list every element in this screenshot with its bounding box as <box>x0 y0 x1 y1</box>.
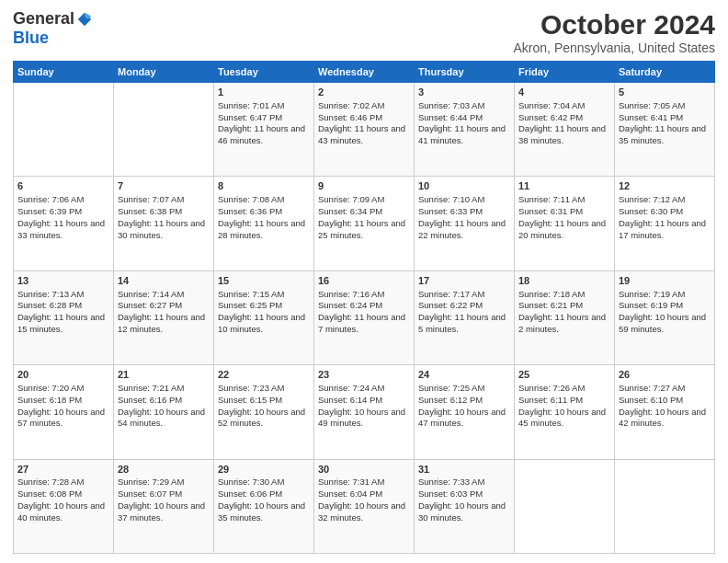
sunrise-text: Sunrise: 7:21 AM <box>118 383 210 395</box>
calendar: SundayMondayTuesdayWednesdayThursdayFrid… <box>13 61 715 554</box>
week-row-3: 20Sunrise: 7:20 AMSunset: 6:18 PMDayligh… <box>14 365 715 459</box>
daylight-text: Daylight: 11 hours and 22 minutes. <box>418 218 510 242</box>
daylight-text: Daylight: 10 hours and 37 minutes. <box>118 500 210 524</box>
calendar-header: SundayMondayTuesdayWednesdayThursdayFrid… <box>14 62 715 83</box>
sunrise-text: Sunrise: 7:11 AM <box>518 194 610 206</box>
day-header-wednesday: Wednesday <box>314 62 415 83</box>
daylight-text: Daylight: 10 hours and 52 minutes. <box>218 407 310 431</box>
day-header-friday: Friday <box>515 62 615 83</box>
day-number: 25 <box>518 368 610 382</box>
calendar-cell: 6Sunrise: 7:06 AMSunset: 6:39 PMDaylight… <box>14 177 114 270</box>
sunset-text: Sunset: 6:12 PM <box>418 395 510 407</box>
calendar-cell: 5Sunrise: 7:05 AMSunset: 6:41 PMDaylight… <box>615 83 715 177</box>
sunset-text: Sunset: 6:42 PM <box>518 112 610 124</box>
logo-area: General Blue <box>13 9 93 48</box>
sunrise-text: Sunrise: 7:05 AM <box>619 100 711 112</box>
calendar-cell <box>114 83 214 177</box>
daylight-text: Daylight: 11 hours and 30 minutes. <box>118 218 210 242</box>
daylight-text: Daylight: 10 hours and 47 minutes. <box>418 407 510 431</box>
sunset-text: Sunset: 6:15 PM <box>218 395 310 407</box>
day-number: 2 <box>318 86 410 99</box>
sunset-text: Sunset: 6:41 PM <box>619 112 711 124</box>
daylight-text: Daylight: 10 hours and 57 minutes. <box>17 407 109 431</box>
sunrise-text: Sunrise: 7:19 AM <box>619 289 711 301</box>
day-number: 6 <box>17 179 109 193</box>
sunset-text: Sunset: 6:24 PM <box>318 300 410 312</box>
calendar-cell: 25Sunrise: 7:26 AMSunset: 6:11 PMDayligh… <box>515 365 615 459</box>
calendar-body: 1Sunrise: 7:01 AMSunset: 6:47 PMDaylight… <box>14 83 715 554</box>
day-number: 10 <box>418 179 510 193</box>
sunset-text: Sunset: 6:07 PM <box>118 488 210 500</box>
sunset-text: Sunset: 6:25 PM <box>218 300 310 312</box>
calendar-cell: 7Sunrise: 7:07 AMSunset: 6:38 PMDaylight… <box>114 177 214 270</box>
sunset-text: Sunset: 6:31 PM <box>518 206 610 218</box>
sunset-text: Sunset: 6:08 PM <box>17 488 109 500</box>
sunrise-text: Sunrise: 7:33 AM <box>418 477 510 488</box>
day-number: 14 <box>118 274 210 288</box>
calendar-cell: 19Sunrise: 7:19 AMSunset: 6:19 PMDayligh… <box>615 270 715 364</box>
calendar-cell: 10Sunrise: 7:10 AMSunset: 6:33 PMDayligh… <box>415 177 515 270</box>
calendar-cell: 8Sunrise: 7:08 AMSunset: 6:36 PMDaylight… <box>214 177 314 270</box>
day-header-tuesday: Tuesday <box>214 62 314 83</box>
day-number: 27 <box>17 463 109 477</box>
calendar-cell: 2Sunrise: 7:02 AMSunset: 6:46 PMDaylight… <box>314 83 415 177</box>
sunset-text: Sunset: 6:16 PM <box>118 395 210 407</box>
sunrise-text: Sunrise: 7:01 AM <box>218 100 310 112</box>
daylight-text: Daylight: 11 hours and 35 minutes. <box>619 123 711 147</box>
sunrise-text: Sunrise: 7:15 AM <box>218 289 310 301</box>
day-number: 21 <box>118 368 210 382</box>
sunset-text: Sunset: 6:10 PM <box>619 395 711 407</box>
week-row-1: 6Sunrise: 7:06 AMSunset: 6:39 PMDaylight… <box>14 177 715 270</box>
logo-text: General <box>13 9 93 29</box>
week-row-0: 1Sunrise: 7:01 AMSunset: 6:47 PMDaylight… <box>14 83 715 177</box>
calendar-cell <box>615 459 715 553</box>
daylight-text: Daylight: 11 hours and 25 minutes. <box>318 218 410 242</box>
day-header-saturday: Saturday <box>615 62 715 83</box>
calendar-cell: 17Sunrise: 7:17 AMSunset: 6:22 PMDayligh… <box>415 270 515 364</box>
sunrise-text: Sunrise: 7:20 AM <box>17 383 109 395</box>
calendar-cell: 28Sunrise: 7:29 AMSunset: 6:07 PMDayligh… <box>114 459 214 553</box>
day-number: 11 <box>518 179 610 193</box>
calendar-cell: 31Sunrise: 7:33 AMSunset: 6:03 PMDayligh… <box>415 459 515 553</box>
day-number: 22 <box>218 368 310 382</box>
calendar-cell: 21Sunrise: 7:21 AMSunset: 6:16 PMDayligh… <box>114 365 214 459</box>
sunrise-text: Sunrise: 7:07 AM <box>118 194 210 206</box>
sunset-text: Sunset: 6:46 PM <box>318 112 410 124</box>
day-number: 29 <box>218 463 310 477</box>
sunset-text: Sunset: 6:06 PM <box>218 488 310 500</box>
sunrise-text: Sunrise: 7:29 AM <box>118 477 210 488</box>
day-number: 5 <box>619 86 711 99</box>
calendar-cell: 4Sunrise: 7:04 AMSunset: 6:42 PMDaylight… <box>515 83 615 177</box>
daylight-text: Daylight: 11 hours and 33 minutes. <box>17 218 109 242</box>
daylight-text: Daylight: 11 hours and 12 minutes. <box>118 312 210 336</box>
logo-general: General <box>13 9 74 29</box>
daylight-text: Daylight: 10 hours and 45 minutes. <box>518 407 610 431</box>
daylight-text: Daylight: 11 hours and 7 minutes. <box>318 312 410 336</box>
sunset-text: Sunset: 6:33 PM <box>418 206 510 218</box>
daylight-text: Daylight: 11 hours and 15 minutes. <box>17 312 109 336</box>
day-number: 1 <box>218 86 310 99</box>
daylight-text: Daylight: 11 hours and 17 minutes. <box>619 218 711 242</box>
calendar-cell: 22Sunrise: 7:23 AMSunset: 6:15 PMDayligh… <box>214 365 314 459</box>
week-row-2: 13Sunrise: 7:13 AMSunset: 6:28 PMDayligh… <box>14 270 715 364</box>
calendar-cell: 27Sunrise: 7:28 AMSunset: 6:08 PMDayligh… <box>14 459 114 553</box>
day-number: 7 <box>118 179 210 193</box>
main-title: October 2024 <box>514 9 715 40</box>
daylight-text: Daylight: 10 hours and 32 minutes. <box>318 500 410 524</box>
logo-icon <box>76 11 93 28</box>
title-area: October 2024 Akron, Pennsylvania, United… <box>514 9 715 55</box>
sunset-text: Sunset: 6:19 PM <box>619 300 711 312</box>
day-header-monday: Monday <box>114 62 214 83</box>
calendar-cell: 16Sunrise: 7:16 AMSunset: 6:24 PMDayligh… <box>314 270 415 364</box>
calendar-cell: 23Sunrise: 7:24 AMSunset: 6:14 PMDayligh… <box>314 365 415 459</box>
day-number: 20 <box>17 368 109 382</box>
calendar-cell: 13Sunrise: 7:13 AMSunset: 6:28 PMDayligh… <box>14 270 114 364</box>
day-number: 17 <box>418 274 510 288</box>
sunrise-text: Sunrise: 7:04 AM <box>518 100 610 112</box>
calendar-cell <box>515 459 615 553</box>
daylight-text: Daylight: 11 hours and 20 minutes. <box>518 218 610 242</box>
sunrise-text: Sunrise: 7:08 AM <box>218 194 310 206</box>
day-number: 24 <box>418 368 510 382</box>
calendar-cell: 3Sunrise: 7:03 AMSunset: 6:44 PMDaylight… <box>415 83 515 177</box>
calendar-cell: 26Sunrise: 7:27 AMSunset: 6:10 PMDayligh… <box>615 365 715 459</box>
